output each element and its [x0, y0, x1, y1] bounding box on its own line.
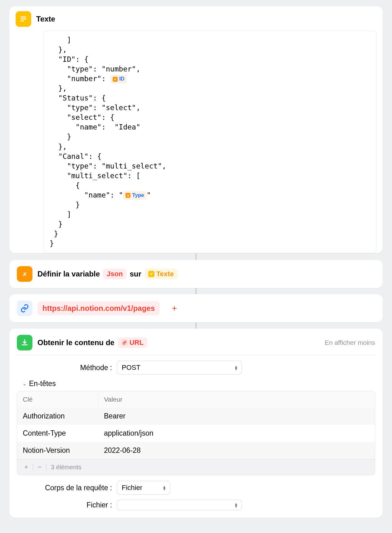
- add-url-button[interactable]: +: [169, 302, 180, 314]
- variable-icon: x: [17, 266, 32, 282]
- get-contents-title: Obtenir le contenu de: [37, 338, 115, 347]
- request-body-label: Corps de la requête :: [17, 484, 112, 492]
- set-variable-card: x Définir la variable Json sur Texte: [9, 260, 383, 288]
- column-key: Clé: [17, 391, 98, 408]
- header-value[interactable]: application/json: [98, 425, 375, 442]
- text-icon: [16, 11, 31, 27]
- variable-name-pill[interactable]: Json: [103, 269, 126, 279]
- method-label: Méthode :: [17, 364, 112, 372]
- text-action-card: Texte ] }, "ID": { "type": "number", "nu…: [9, 6, 383, 253]
- table-row[interactable]: Content-Typeapplication/json: [17, 425, 375, 442]
- svg-rect-4: [150, 273, 153, 273]
- show-less-button[interactable]: En afficher moins: [325, 339, 375, 346]
- headers-toggle[interactable]: ⌄ En-têtes: [22, 379, 375, 388]
- text-mini-icon: [148, 271, 154, 277]
- variable-token-type[interactable]: xType: [123, 191, 146, 200]
- chevron-down-icon: ⌄: [22, 381, 27, 387]
- file-select[interactable]: ▴▾: [117, 500, 242, 510]
- header-value[interactable]: Bearer: [98, 408, 375, 425]
- column-value: Valeur: [98, 391, 375, 408]
- table-row[interactable]: AuthorizationBearer: [17, 408, 375, 425]
- chevron-updown-icon: ▴▾: [235, 365, 237, 370]
- method-row: Méthode : POST ▴▾: [17, 361, 375, 374]
- file-label: Fichier :: [17, 501, 112, 509]
- svg-rect-1: [21, 18, 27, 19]
- link-mini-icon: [121, 340, 128, 346]
- svg-rect-0: [21, 17, 27, 17]
- get-contents-header: Obtenir le contenu de URL En afficher mo…: [9, 329, 383, 355]
- url-card-header: https://api.notion.com/v1/pages +: [9, 294, 383, 322]
- header-key[interactable]: Notion-Version: [17, 442, 98, 459]
- set-variable-header: x Définir la variable Json sur Texte: [9, 260, 383, 288]
- divider: [17, 355, 375, 355]
- set-variable-prefix: Définir la variable: [37, 270, 100, 278]
- flow-connector: [195, 254, 197, 260]
- header-key[interactable]: Authorization: [17, 408, 98, 425]
- svg-rect-5: [150, 274, 153, 274]
- url-action-card: https://api.notion.com/v1/pages +: [9, 294, 383, 322]
- svg-text:x: x: [22, 270, 27, 277]
- get-contents-card: Obtenir le contenu de URL En afficher mo…: [9, 329, 383, 518]
- svg-rect-2: [21, 21, 24, 22]
- chevron-updown-icon: ▴▾: [235, 502, 237, 507]
- headers-table: Clé Valeur AuthorizationBearerContent-Ty…: [17, 391, 375, 475]
- flow-connector: [195, 288, 197, 294]
- text-card-title: Texte: [36, 15, 55, 23]
- chevron-updown-icon: ▴▾: [163, 485, 165, 490]
- table-header: Clé Valeur: [17, 391, 375, 408]
- svg-rect-6: [150, 275, 152, 275]
- text-card-header: Texte: [9, 6, 383, 31]
- set-variable-middle: sur: [130, 270, 141, 278]
- url-value[interactable]: https://api.notion.com/v1/pages: [37, 301, 160, 315]
- file-row: Fichier : ▴▾: [17, 500, 375, 510]
- header-value[interactable]: 2022-06-28: [98, 442, 375, 459]
- request-body-select[interactable]: Fichier ▴▾: [117, 481, 170, 495]
- variable-value-pill[interactable]: Texte: [145, 269, 178, 279]
- header-key[interactable]: Content-Type: [17, 425, 98, 442]
- flow-connector: [195, 322, 197, 329]
- row-count: 3 éléments: [51, 464, 81, 471]
- download-icon: [17, 335, 32, 350]
- variable-token-id[interactable]: xID: [110, 75, 127, 83]
- remove-row-button[interactable]: −: [35, 462, 44, 472]
- url-variable-pill[interactable]: URL: [118, 337, 147, 348]
- method-select[interactable]: POST ▴▾: [117, 361, 242, 374]
- request-body-row: Corps de la requête : Fichier ▴▾: [17, 481, 375, 495]
- text-code-content[interactable]: ] }, "ID": { "type": "number", "number":…: [44, 31, 376, 253]
- link-icon: [17, 301, 32, 316]
- add-row-button[interactable]: +: [22, 462, 31, 472]
- table-row[interactable]: Notion-Version2022-06-28: [17, 442, 375, 459]
- table-footer: + − 3 éléments: [17, 459, 375, 475]
